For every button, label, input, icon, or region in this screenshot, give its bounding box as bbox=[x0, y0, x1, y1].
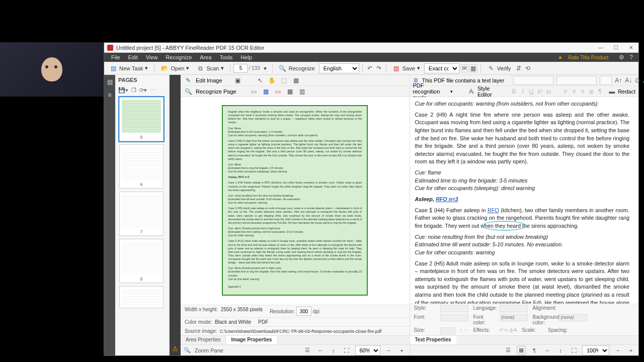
menu-edit[interactable]: Edit bbox=[124, 54, 142, 60]
scan-button[interactable]: ⧉Scan ▾ bbox=[193, 63, 227, 73]
save-thumb-icon[interactable]: 💾▾ bbox=[118, 87, 128, 94]
text-view[interactable]: Cue for other occupants: warning (from o… bbox=[410, 97, 639, 304]
area-picture-icon[interactable]: ▭ bbox=[274, 87, 283, 96]
increase-font-icon[interactable]: A↑ bbox=[615, 76, 622, 85]
fit-page-icon[interactable]: ↕ bbox=[329, 346, 338, 355]
hand-icon[interactable]: ✋ bbox=[268, 76, 277, 85]
zoom-in-icon[interactable]: + bbox=[397, 346, 407, 355]
txt-zoom-in-icon[interactable]: + bbox=[626, 346, 635, 355]
fit-height-icon[interactable]: ↔ bbox=[316, 346, 325, 355]
align-right-icon[interactable]: ≡ bbox=[580, 87, 586, 96]
bold-icon[interactable]: B bbox=[511, 87, 517, 96]
tab-area-properties[interactable]: Area Properties bbox=[181, 336, 226, 344]
menu-file[interactable]: File bbox=[107, 54, 124, 60]
thumb-9[interactable] bbox=[119, 286, 164, 308]
thumb-6[interactable]: 6 bbox=[119, 144, 164, 189]
txt-fit-width-icon[interactable]: ↔ bbox=[543, 346, 552, 355]
menu-help[interactable]: Help bbox=[236, 54, 256, 60]
close-button[interactable]: ✕ bbox=[623, 43, 638, 52]
txt-layout-a-icon[interactable]: ☰ bbox=[504, 346, 513, 355]
size-value[interactable] bbox=[440, 327, 455, 334]
bgcolor-value[interactable]: (none) bbox=[559, 314, 587, 321]
font-style-select[interactable] bbox=[556, 76, 597, 85]
language-value[interactable] bbox=[500, 305, 528, 312]
superscript-icon[interactable]: x² bbox=[537, 87, 543, 96]
txt-pilcrow-icon[interactable]: ¶ bbox=[530, 346, 539, 355]
area-table-icon[interactable]: ▦ bbox=[262, 87, 271, 96]
pages-rail-icon[interactable]: ▤ bbox=[106, 78, 114, 86]
tool-b-button[interactable]: ⟲ bbox=[524, 64, 532, 72]
fontcolor-value[interactable]: (none) bbox=[500, 314, 528, 321]
redact-icon[interactable]: ▬ bbox=[609, 87, 615, 96]
align-center-icon[interactable]: ≡ bbox=[571, 87, 577, 96]
txt-full-icon[interactable]: ⛶ bbox=[569, 346, 578, 355]
language-select[interactable]: English bbox=[319, 63, 359, 73]
minimize-button[interactable]: — bbox=[593, 43, 608, 52]
area-bg-icon[interactable]: ▩ bbox=[286, 87, 295, 96]
warning-icon[interactable]: ⚠ bbox=[172, 345, 178, 352]
font-size-select[interactable] bbox=[600, 76, 612, 85]
open-button[interactable]: 📂Open ▾ bbox=[157, 63, 192, 73]
menu-tools[interactable]: Tools bbox=[216, 54, 237, 60]
more-icon[interactable]: ⋯ bbox=[150, 87, 155, 94]
thumb-5[interactable]: 5 bbox=[119, 97, 164, 141]
select-area-icon[interactable]: ⬚ bbox=[280, 76, 289, 85]
maximize-button[interactable]: ☐ bbox=[608, 43, 623, 52]
underline-icon[interactable]: U bbox=[528, 87, 534, 96]
area-text-icon[interactable]: ▭ bbox=[250, 87, 259, 96]
image-view[interactable]: brigade when the neighbour broke a windo… bbox=[181, 97, 410, 305]
tab-image-properties[interactable]: Image Properties bbox=[226, 336, 277, 344]
font-value[interactable] bbox=[440, 314, 468, 321]
font-family-select[interactable] bbox=[513, 76, 553, 85]
zoom-out-icon[interactable]: − bbox=[384, 346, 393, 355]
decrease-font-icon[interactable]: A↓ bbox=[625, 76, 632, 85]
style-editor-icon[interactable]: Aᵢ bbox=[469, 87, 474, 96]
help-icon[interactable]: ? bbox=[627, 54, 635, 61]
layout-button[interactable]: ▦ bbox=[469, 64, 477, 72]
crop-icon[interactable]: ▣ bbox=[233, 76, 243, 85]
area-barcode-icon[interactable]: ▥ bbox=[298, 87, 307, 96]
pointer-icon[interactable]: ↖ bbox=[256, 76, 265, 85]
redact-label[interactable]: Redact bbox=[618, 88, 635, 95]
fit-width-icon[interactable]: ☰ bbox=[303, 346, 312, 355]
stack-icon[interactable]: ❐ bbox=[131, 87, 136, 94]
tool-a-button[interactable]: ⇵ bbox=[515, 64, 523, 72]
menu-area[interactable]: Area bbox=[196, 54, 215, 60]
redo-button[interactable]: ↷ bbox=[375, 64, 383, 72]
recognize-page-label[interactable]: Recognize Page bbox=[196, 88, 236, 95]
save-mode-select[interactable]: Exact copy bbox=[424, 63, 459, 73]
tab-text-properties[interactable]: Text Properties bbox=[410, 336, 456, 344]
style-value[interactable] bbox=[440, 305, 468, 312]
settings-icon[interactable]: ⚙ bbox=[616, 54, 627, 61]
line-spacing-icon[interactable]: ¶ bbox=[597, 87, 603, 96]
menu-recognize[interactable]: Recognize bbox=[162, 54, 196, 60]
full-screen-icon[interactable]: ⛶ bbox=[342, 346, 351, 355]
align-left-icon[interactable]: ≡ bbox=[562, 87, 568, 96]
send-button[interactable]: ✉ bbox=[460, 64, 468, 72]
text-zoom-select[interactable]: 100% bbox=[582, 345, 609, 355]
list-rail-icon[interactable]: ≡ bbox=[106, 91, 114, 99]
rate-product[interactable]: ★ Rate This Product bbox=[554, 55, 616, 60]
save-button[interactable]: ▤Save ▾ bbox=[389, 63, 423, 73]
align-justify-icon[interactable]: ≣ bbox=[589, 87, 594, 96]
thumb-8[interactable]: 8 bbox=[119, 239, 164, 283]
style-editor-label[interactable]: Style Editor bbox=[477, 85, 495, 98]
image-zoom-select[interactable]: 60% bbox=[355, 345, 380, 355]
edit-image-icon[interactable]: ✎ bbox=[184, 76, 193, 85]
highlight-icon[interactable]: ∅ bbox=[635, 76, 640, 85]
select-all-icon[interactable]: ▦ bbox=[292, 76, 301, 85]
txt-zoom-out-icon[interactable]: − bbox=[613, 346, 622, 355]
thumb-7[interactable]: 7 bbox=[119, 192, 164, 236]
undo-button[interactable]: ↶ bbox=[366, 64, 374, 72]
txt-layout-b-icon[interactable]: ▦ bbox=[517, 346, 526, 355]
recognize-page-icon[interactable]: 🔍 bbox=[184, 87, 193, 96]
menu-view[interactable]: View bbox=[142, 54, 162, 60]
edit-image-label[interactable]: Edit Image bbox=[196, 77, 222, 83]
rotate-icon[interactable]: ⟳▾ bbox=[139, 87, 147, 94]
page-number-input[interactable] bbox=[233, 64, 248, 73]
italic-icon[interactable]: I bbox=[520, 87, 525, 96]
new-task-button[interactable]: ▤New Task ▾ bbox=[106, 63, 151, 73]
recognize-button[interactable]: 🔍Recognize bbox=[276, 63, 318, 73]
verify-button[interactable]: ✎Verify bbox=[484, 63, 514, 73]
resolution-input[interactable] bbox=[296, 307, 311, 316]
